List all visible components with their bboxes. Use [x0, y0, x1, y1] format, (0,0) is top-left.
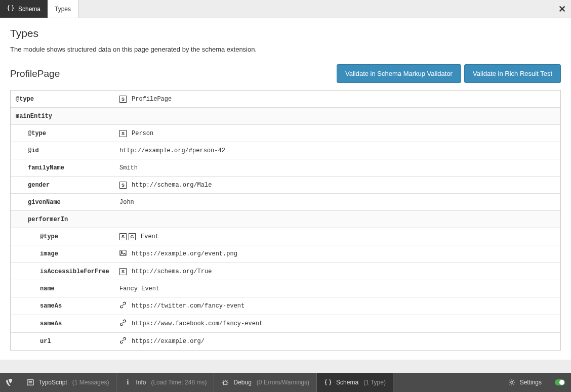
section-header: ProfilePage Validate in Schema Markup Va… [10, 64, 561, 83]
table-row: @typeSGEvent [11, 228, 560, 245]
statusbar-typoscript[interactable]: TypoScript (1 Messages) [19, 373, 116, 392]
property-key: @type [11, 229, 114, 244]
statusbar-debug-label: Debug [233, 379, 251, 386]
braces-icon [7, 5, 14, 13]
property-key: givenName [11, 195, 114, 210]
property-value-text: John [119, 199, 134, 206]
svg-line-12 [227, 384, 228, 385]
link-icon [119, 301, 127, 311]
svg-point-5 [224, 381, 227, 384]
page-description: The module shows structured data on this… [10, 46, 561, 53]
property-value-text: Event [141, 233, 159, 240]
schema-icon: S [119, 96, 127, 103]
property-value-text: http://example.org/#person-42 [119, 147, 225, 154]
property-key: gender [11, 178, 114, 193]
statusbar-settings[interactable]: Settings [501, 378, 549, 386]
property-key: sameAs [11, 316, 114, 331]
google-icon: G [129, 233, 136, 240]
link-icon [119, 319, 127, 328]
bug-icon [221, 378, 229, 386]
statusbar: TypoScript (1 Messages) i Info (Load Tim… [0, 373, 571, 392]
statusbar-spacer [393, 373, 501, 392]
property-value: https://www.facebook.com/fancy-event [114, 315, 560, 332]
close-panel-button[interactable]: ✕ [553, 0, 571, 18]
svg-line-11 [223, 384, 224, 385]
property-key: url [11, 334, 114, 349]
table-row: isAccessibleForFreeShttp://schema.org/Tr… [11, 263, 560, 280]
property-value-text: http://schema.org/True [132, 268, 212, 275]
property-value: https://twitter.com/fancy-event [114, 297, 560, 315]
statusbar-info[interactable]: i Info (Load Time: 248 ms) [116, 373, 214, 392]
property-key: sameAs [11, 298, 114, 314]
statusbar-debug-suffix: (0 Errors/Warnings) [257, 379, 309, 386]
table-row: urlhttps://example.org/ [11, 333, 560, 350]
panel-toggle[interactable] [555, 379, 565, 385]
page-title: Types [10, 27, 561, 39]
property-value-text: https://example.org/ [132, 338, 205, 345]
statusbar-schema[interactable]: Schema (1 Type) [317, 373, 393, 392]
svg-rect-2 [27, 380, 33, 385]
table-row: @typeSPerson [11, 125, 560, 142]
statusbar-schema-suffix: (1 Type) [363, 379, 386, 386]
property-value-text: https://twitter.com/fancy-event [132, 302, 244, 310]
property-key: image [11, 246, 114, 262]
schema-table: @typeSProfilePagemainEntity@typeSPerson@… [10, 90, 561, 351]
close-icon: ✕ [558, 4, 566, 15]
property-value-text: https://example.org/event.png [132, 250, 237, 257]
property-key: @type [11, 126, 114, 141]
schema-icon: S [119, 130, 127, 137]
property-key: familyName [11, 160, 114, 176]
statusbar-settings-label: Settings [520, 379, 542, 386]
property-value: Fancy Event [114, 281, 560, 296]
tab-schema-label: Schema [18, 6, 40, 13]
property-key: mainEntity [11, 109, 560, 124]
table-row: nameFancy Event [11, 280, 560, 297]
table-row: familyNameSmith [11, 159, 560, 177]
statusbar-typoscript-suffix: (1 Messages) [72, 379, 109, 386]
statusbar-typoscript-label: TypoScript [38, 379, 67, 386]
property-value-text: Person [132, 130, 153, 137]
property-value-text: Fancy Event [119, 285, 159, 292]
property-key: name [11, 281, 114, 296]
schema-icon: S [119, 182, 127, 189]
table-row: @idhttp://example.org/#person-42 [11, 142, 560, 159]
link-icon [119, 337, 127, 346]
validate-markup-button[interactable]: Validate in Schema Markup Validator [337, 64, 461, 83]
property-value: Shttp://schema.org/True [114, 264, 560, 279]
statusbar-info-label: Info [136, 379, 146, 386]
table-row: genderShttp://schema.org/Male [11, 177, 560, 194]
property-key: @type [11, 92, 114, 107]
validate-rich-button[interactable]: Validate in Rich Result Test [464, 64, 561, 83]
property-value: Shttp://schema.org/Male [114, 178, 560, 193]
table-row: performerIn [11, 211, 560, 228]
statusbar-debug[interactable]: Debug (0 Errors/Warnings) [214, 373, 317, 392]
table-row: mainEntity [11, 108, 560, 125]
section-title: ProfilePage [10, 68, 60, 79]
property-key: performerIn [11, 212, 560, 227]
table-row: sameAshttps://www.facebook.com/fancy-eve… [11, 315, 560, 333]
svg-line-10 [227, 381, 228, 382]
table-row: @typeSProfilePage [11, 91, 560, 108]
content-area: Types The module shows structured data o… [0, 18, 571, 360]
property-value: John [114, 195, 560, 210]
statusbar-info-suffix: (Load Time: 248 ms) [151, 379, 207, 386]
svg-point-13 [510, 381, 512, 383]
table-row: sameAshttps://twitter.com/fancy-event [11, 297, 560, 315]
property-value-text: Smith [119, 164, 138, 171]
property-value-text: https://www.facebook.com/fancy-event [132, 320, 263, 327]
statusbar-schema-label: Schema [336, 379, 358, 386]
image-icon [119, 249, 127, 258]
property-key: @id [11, 143, 114, 158]
tab-types[interactable]: Types [48, 0, 78, 18]
top-tabbar: Schema Types ✕ [0, 0, 571, 18]
info-icon: i [124, 378, 132, 386]
schema-icon: S [119, 233, 127, 240]
property-key: isAccessibleForFree [11, 264, 114, 279]
table-row: imagehttps://example.org/event.png [11, 245, 560, 263]
property-value: https://example.org/event.png [114, 245, 560, 263]
typo3-logo[interactable] [0, 373, 19, 392]
svg-line-9 [223, 381, 224, 382]
svg-rect-0 [120, 250, 126, 256]
tab-schema[interactable]: Schema [0, 0, 48, 18]
property-value: SProfilePage [114, 92, 560, 107]
